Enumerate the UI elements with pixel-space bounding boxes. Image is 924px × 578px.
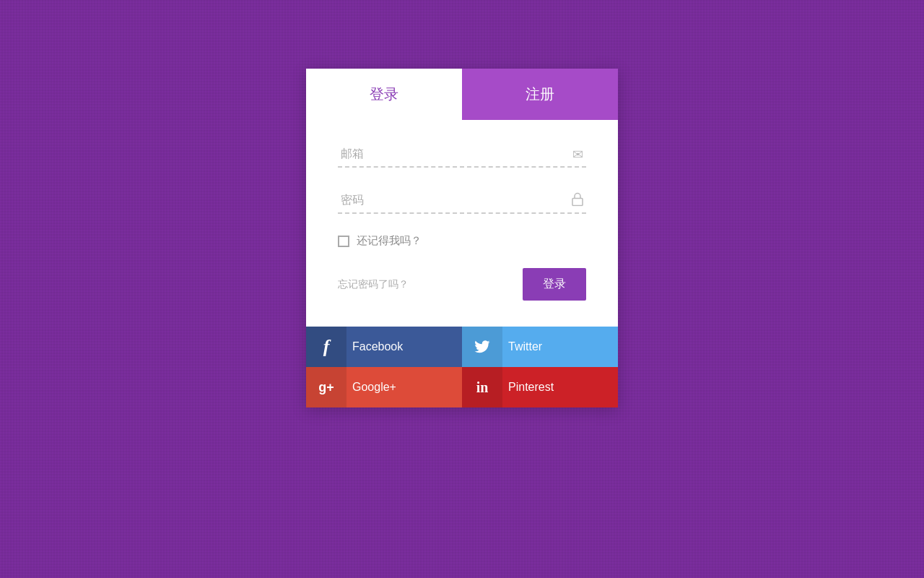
lock-icon: [572, 192, 583, 210]
tab-register[interactable]: 注册: [462, 69, 618, 120]
facebook-button[interactable]: f Facebook: [306, 327, 462, 367]
twitter-button[interactable]: Twitter: [462, 327, 618, 367]
email-input[interactable]: [338, 142, 586, 168]
googleplus-icon: g+: [306, 367, 346, 407]
email-group: ✉: [338, 142, 586, 168]
social-grid: f Facebook Twitter g+ Google+ in Pintere…: [306, 327, 618, 407]
pinterest-button[interactable]: in Pinterest: [462, 367, 618, 407]
googleplus-label: Google+: [346, 381, 462, 394]
tab-bar: 登录 注册: [306, 69, 618, 120]
facebook-label: Facebook: [346, 340, 462, 353]
login-card: 登录 注册 ✉ 还记得我吗？ 忘记密码了吗？ 登录: [306, 69, 618, 407]
twitter-label: Twitter: [502, 340, 618, 353]
facebook-icon: f: [306, 327, 346, 367]
pinterest-label: Pinterest: [502, 381, 618, 394]
password-group: [338, 188, 586, 214]
tab-login[interactable]: 登录: [306, 69, 462, 120]
form-body: ✉ 还记得我吗？ 忘记密码了吗？ 登录: [306, 120, 618, 327]
remember-label: 还记得我吗？: [357, 234, 422, 248]
twitter-icon: [462, 327, 502, 367]
forgot-link[interactable]: 忘记密码了吗？: [338, 278, 409, 291]
password-input[interactable]: [338, 188, 586, 214]
action-row: 忘记密码了吗？ 登录: [338, 268, 586, 301]
googleplus-button[interactable]: g+ Google+: [306, 367, 462, 407]
email-icon: ✉: [572, 147, 583, 163]
login-button[interactable]: 登录: [523, 268, 586, 301]
remember-row: 还记得我吗？: [338, 234, 586, 248]
svg-rect-0: [572, 199, 583, 206]
remember-checkbox[interactable]: [338, 236, 349, 247]
linkedin-icon: in: [462, 367, 502, 407]
